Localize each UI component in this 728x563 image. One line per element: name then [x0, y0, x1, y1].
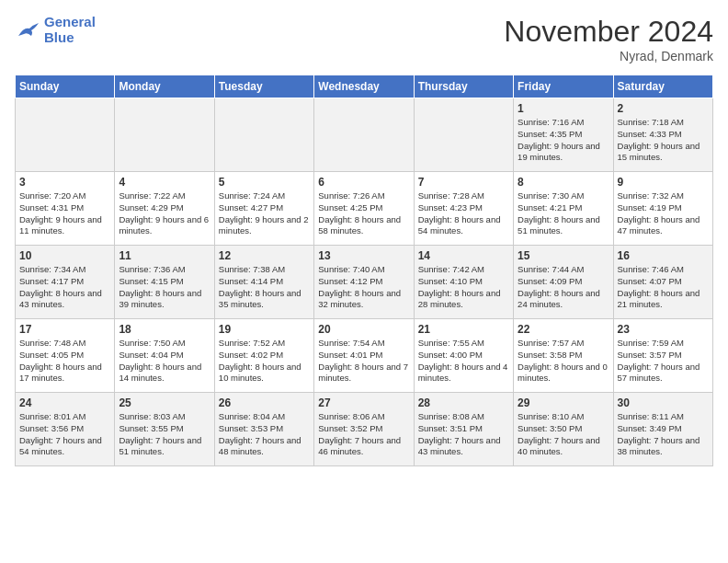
day-number: 30: [618, 396, 709, 409]
day-number: 13: [318, 249, 409, 262]
header-saturday: Saturday: [613, 75, 712, 98]
calendar-cell: [314, 98, 414, 172]
calendar-cell: 21Sunrise: 7:55 AM Sunset: 4:00 PM Dayli…: [414, 319, 513, 393]
calendar-header-row: Sunday Monday Tuesday Wednesday Thursday…: [16, 75, 713, 98]
cell-details: Sunrise: 7:16 AM Sunset: 4:35 PM Dayligh…: [518, 117, 609, 164]
day-number: 6: [318, 176, 409, 189]
day-number: 19: [219, 323, 310, 336]
day-number: 14: [418, 249, 509, 262]
calendar-cell: 24Sunrise: 8:01 AM Sunset: 3:56 PM Dayli…: [16, 393, 115, 466]
calendar-cell: [115, 98, 214, 172]
calendar-cell: 5Sunrise: 7:24 AM Sunset: 4:27 PM Daylig…: [214, 172, 313, 246]
cell-details: Sunrise: 7:34 AM Sunset: 4:17 PM Dayligh…: [19, 264, 110, 311]
cell-details: Sunrise: 8:04 AM Sunset: 3:53 PM Dayligh…: [219, 411, 310, 458]
header-sunday: Sunday: [16, 75, 115, 98]
cell-details: Sunrise: 7:38 AM Sunset: 4:14 PM Dayligh…: [219, 264, 310, 311]
calendar-cell: 14Sunrise: 7:42 AM Sunset: 4:10 PM Dayli…: [414, 246, 513, 319]
calendar-cell: 22Sunrise: 7:57 AM Sunset: 3:58 PM Dayli…: [514, 319, 613, 393]
header-thursday: Thursday: [414, 75, 513, 98]
calendar-week-row: 3Sunrise: 7:20 AM Sunset: 4:31 PM Daylig…: [16, 172, 713, 246]
day-number: 2: [618, 102, 709, 115]
calendar-week-row: 24Sunrise: 8:01 AM Sunset: 3:56 PM Dayli…: [16, 393, 713, 466]
day-number: 12: [219, 249, 310, 262]
day-number: 11: [119, 249, 210, 262]
calendar-cell: 20Sunrise: 7:54 AM Sunset: 4:01 PM Dayli…: [314, 319, 414, 393]
cell-details: Sunrise: 7:50 AM Sunset: 4:04 PM Dayligh…: [119, 338, 210, 385]
cell-details: Sunrise: 8:11 AM Sunset: 3:49 PM Dayligh…: [618, 411, 709, 458]
cell-details: Sunrise: 7:44 AM Sunset: 4:09 PM Dayligh…: [518, 264, 609, 311]
calendar-cell: 27Sunrise: 8:06 AM Sunset: 3:52 PM Dayli…: [314, 393, 414, 466]
cell-details: Sunrise: 8:08 AM Sunset: 3:51 PM Dayligh…: [418, 411, 509, 458]
day-number: 10: [19, 249, 110, 262]
calendar-cell: 15Sunrise: 7:44 AM Sunset: 4:09 PM Dayli…: [514, 246, 613, 319]
cell-details: Sunrise: 7:46 AM Sunset: 4:07 PM Dayligh…: [618, 264, 709, 311]
calendar-cell: 16Sunrise: 7:46 AM Sunset: 4:07 PM Dayli…: [613, 246, 712, 319]
cell-details: Sunrise: 8:06 AM Sunset: 3:52 PM Dayligh…: [318, 411, 409, 458]
cell-details: Sunrise: 8:10 AM Sunset: 3:50 PM Dayligh…: [518, 411, 609, 458]
cell-details: Sunrise: 7:30 AM Sunset: 4:21 PM Dayligh…: [518, 190, 609, 237]
title-area: November 2024 Nyrad, Denmark: [504, 15, 713, 63]
day-number: 24: [19, 396, 110, 409]
cell-details: Sunrise: 7:22 AM Sunset: 4:29 PM Dayligh…: [119, 190, 210, 237]
calendar-cell: 18Sunrise: 7:50 AM Sunset: 4:04 PM Dayli…: [115, 319, 214, 393]
calendar-cell: 3Sunrise: 7:20 AM Sunset: 4:31 PM Daylig…: [16, 172, 115, 246]
calendar-cell: 25Sunrise: 8:03 AM Sunset: 3:55 PM Dayli…: [115, 393, 214, 466]
calendar-cell: 6Sunrise: 7:26 AM Sunset: 4:25 PM Daylig…: [314, 172, 414, 246]
day-number: 22: [518, 323, 609, 336]
header-friday: Friday: [514, 75, 613, 98]
logo-text: General Blue: [44, 15, 96, 45]
cell-details: Sunrise: 7:55 AM Sunset: 4:00 PM Dayligh…: [418, 338, 509, 385]
header-monday: Monday: [115, 75, 214, 98]
calendar-cell: 4Sunrise: 7:22 AM Sunset: 4:29 PM Daylig…: [115, 172, 214, 246]
calendar-week-row: 1Sunrise: 7:16 AM Sunset: 4:35 PM Daylig…: [16, 98, 713, 172]
day-number: 20: [318, 323, 409, 336]
calendar-week-row: 10Sunrise: 7:34 AM Sunset: 4:17 PM Dayli…: [16, 246, 713, 319]
day-number: 26: [219, 396, 310, 409]
location-subtitle: Nyrad, Denmark: [504, 49, 713, 63]
month-title: November 2024: [504, 15, 713, 49]
day-number: 5: [219, 176, 310, 189]
calendar-cell: 1Sunrise: 7:16 AM Sunset: 4:35 PM Daylig…: [514, 98, 613, 172]
day-number: 28: [418, 396, 509, 409]
cell-details: Sunrise: 7:28 AM Sunset: 4:23 PM Dayligh…: [418, 190, 509, 237]
calendar-cell: 2Sunrise: 7:18 AM Sunset: 4:33 PM Daylig…: [613, 98, 712, 172]
day-number: 25: [119, 396, 210, 409]
page-header: General Blue November 2024 Nyrad, Denmar…: [15, 15, 713, 63]
calendar-cell: 7Sunrise: 7:28 AM Sunset: 4:23 PM Daylig…: [414, 172, 513, 246]
calendar-table: Sunday Monday Tuesday Wednesday Thursday…: [15, 75, 713, 466]
logo: General Blue: [15, 15, 96, 45]
calendar-cell: 29Sunrise: 8:10 AM Sunset: 3:50 PM Dayli…: [514, 393, 613, 466]
day-number: 15: [518, 249, 609, 262]
day-number: 27: [318, 396, 409, 409]
cell-details: Sunrise: 7:42 AM Sunset: 4:10 PM Dayligh…: [418, 264, 509, 311]
day-number: 4: [119, 176, 210, 189]
day-number: 1: [518, 102, 609, 115]
calendar-cell: 26Sunrise: 8:04 AM Sunset: 3:53 PM Dayli…: [214, 393, 313, 466]
cell-details: Sunrise: 7:52 AM Sunset: 4:02 PM Dayligh…: [219, 338, 310, 385]
calendar-cell: [214, 98, 313, 172]
day-number: 21: [418, 323, 509, 336]
calendar-cell: [16, 98, 115, 172]
day-number: 7: [418, 176, 509, 189]
calendar-cell: 19Sunrise: 7:52 AM Sunset: 4:02 PM Dayli…: [214, 319, 313, 393]
cell-details: Sunrise: 7:54 AM Sunset: 4:01 PM Dayligh…: [318, 338, 409, 385]
calendar-cell: 11Sunrise: 7:36 AM Sunset: 4:15 PM Dayli…: [115, 246, 214, 319]
cell-details: Sunrise: 7:48 AM Sunset: 4:05 PM Dayligh…: [19, 338, 110, 385]
calendar-week-row: 17Sunrise: 7:48 AM Sunset: 4:05 PM Dayli…: [16, 319, 713, 393]
cell-details: Sunrise: 8:03 AM Sunset: 3:55 PM Dayligh…: [119, 411, 210, 458]
calendar-cell: 8Sunrise: 7:30 AM Sunset: 4:21 PM Daylig…: [514, 172, 613, 246]
cell-details: Sunrise: 7:57 AM Sunset: 3:58 PM Dayligh…: [518, 338, 609, 385]
calendar-cell: 10Sunrise: 7:34 AM Sunset: 4:17 PM Dayli…: [16, 246, 115, 319]
day-number: 18: [119, 323, 210, 336]
calendar-cell: [414, 98, 513, 172]
cell-details: Sunrise: 7:20 AM Sunset: 4:31 PM Dayligh…: [19, 190, 110, 237]
cell-details: Sunrise: 7:59 AM Sunset: 3:57 PM Dayligh…: [618, 338, 709, 385]
day-number: 8: [518, 176, 609, 189]
day-number: 9: [618, 176, 709, 189]
calendar-cell: 28Sunrise: 8:08 AM Sunset: 3:51 PM Dayli…: [414, 393, 513, 466]
cell-details: Sunrise: 7:26 AM Sunset: 4:25 PM Dayligh…: [318, 190, 409, 237]
day-number: 16: [618, 249, 709, 262]
cell-details: Sunrise: 7:24 AM Sunset: 4:27 PM Dayligh…: [219, 190, 310, 237]
cell-details: Sunrise: 7:40 AM Sunset: 4:12 PM Dayligh…: [318, 264, 409, 311]
day-number: 29: [518, 396, 609, 409]
